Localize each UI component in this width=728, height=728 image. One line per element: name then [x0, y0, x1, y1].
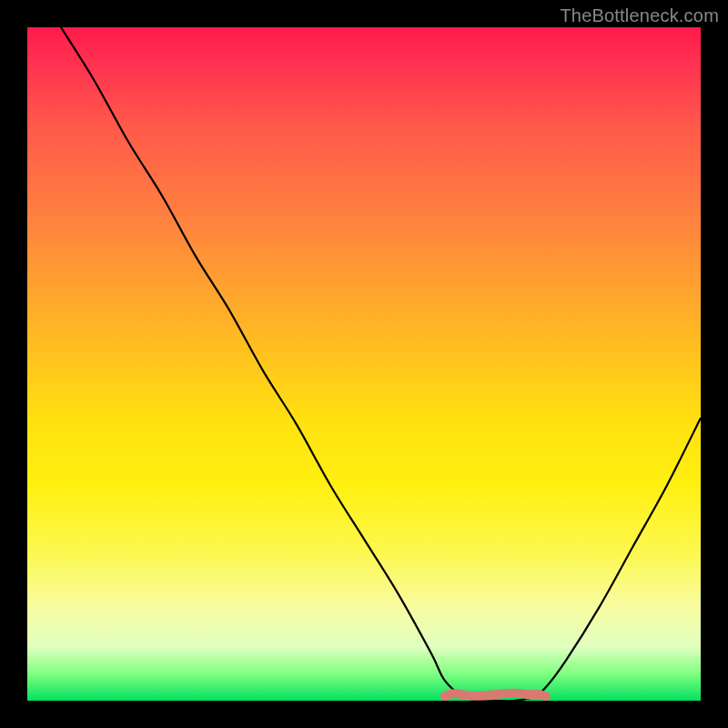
- chart-plot-area: [27, 27, 701, 701]
- watermark-text: TheBottleneck.com: [560, 5, 719, 26]
- bottleneck-curve-path: [61, 27, 701, 701]
- flat-region-marker-path: [445, 693, 546, 697]
- chart-svg: [27, 27, 701, 701]
